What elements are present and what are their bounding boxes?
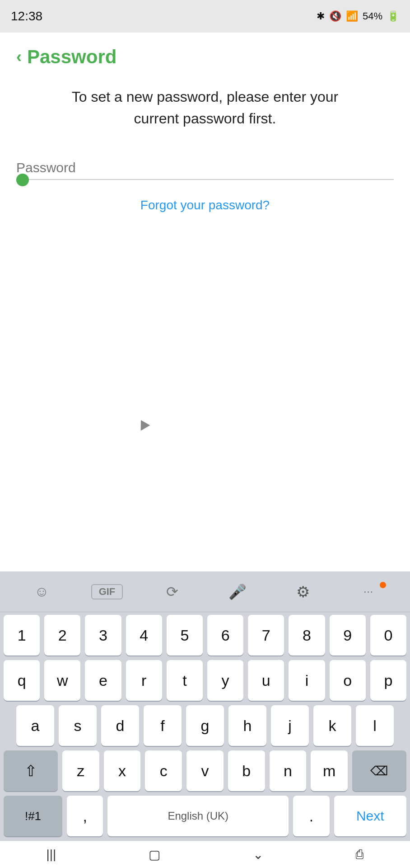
forgot-password-link[interactable]: Forgot your password? [140, 198, 270, 212]
password-input[interactable] [16, 156, 394, 180]
key-l[interactable]: l [356, 705, 394, 746]
numbers-row: 1 2 3 4 5 6 7 8 9 0 [4, 615, 406, 656]
symbols-key[interactable]: !#1 [4, 796, 62, 836]
battery-text: 54% [363, 10, 382, 22]
key-m[interactable]: m [311, 750, 348, 791]
forgot-password-section: Forgot your password? [16, 198, 394, 212]
status-icons: ✱ 🔇 📶 54% 🔋 [317, 10, 399, 22]
key-9[interactable]: 9 [330, 615, 366, 656]
key-c[interactable]: c [145, 750, 182, 791]
password-field-area [16, 156, 394, 180]
keyboard-toolbar: ☺ GIF ⟳ 🎤 ⚙ ··· [0, 571, 410, 612]
key-o[interactable]: o [330, 660, 366, 701]
description-text: To set a new password, please enter your… [16, 86, 394, 129]
sticker-icon[interactable]: ☺ [26, 583, 57, 600]
home-nav-button[interactable]: ▢ [149, 847, 160, 862]
battery-icon: 🔋 [387, 10, 399, 22]
key-v[interactable]: v [186, 750, 224, 791]
zxcv-row: ⇧ z x c v b n m ⌫ [4, 750, 406, 791]
key-h[interactable]: h [228, 705, 266, 746]
status-bar: 12:38 ✱ 🔇 📶 54% 🔋 [0, 0, 410, 33]
key-d[interactable]: d [101, 705, 139, 746]
status-time: 12:38 [11, 9, 42, 24]
gif-icon[interactable]: GIF [91, 584, 123, 599]
more-icon[interactable]: ··· [353, 585, 384, 599]
key-s[interactable]: s [59, 705, 97, 746]
key-4[interactable]: 4 [126, 615, 162, 656]
key-5[interactable]: 5 [167, 615, 203, 656]
emoji-recent-icon[interactable]: ⟳ [157, 583, 188, 600]
key-7[interactable]: 7 [248, 615, 284, 656]
key-6[interactable]: 6 [207, 615, 243, 656]
shift-key[interactable]: ⇧ [4, 750, 58, 791]
back-button[interactable]: ‹ [16, 49, 22, 65]
keyboard-settings-icon[interactable]: ⚙ [287, 583, 319, 601]
keyboard-nav-button[interactable]: ⎙ [356, 847, 363, 862]
key-p[interactable]: p [370, 660, 406, 701]
key-e[interactable]: e [85, 660, 121, 701]
bluetooth-icon: ✱ [317, 10, 325, 22]
key-t[interactable]: t [167, 660, 203, 701]
wifi-icon: 📶 [346, 10, 358, 22]
key-f[interactable]: f [144, 705, 182, 746]
key-g[interactable]: g [186, 705, 224, 746]
recent-nav-button[interactable]: ⌄ [253, 847, 263, 862]
page-title: Password [27, 46, 116, 68]
key-a[interactable]: a [16, 705, 54, 746]
mic-icon[interactable]: 🎤 [222, 583, 253, 600]
mouse-cursor [136, 417, 150, 430]
key-2[interactable]: 2 [44, 615, 80, 656]
bottom-row: !#1 , English (UK) . Next [4, 796, 406, 836]
input-cursor-indicator [16, 174, 29, 186]
key-w[interactable]: w [44, 660, 80, 701]
navigation-bar: ||| ▢ ⌄ ⎙ [0, 841, 410, 868]
mute-icon: 🔇 [329, 10, 341, 22]
notification-dot [380, 582, 386, 588]
backspace-key[interactable]: ⌫ [352, 750, 406, 791]
keyboard: ☺ GIF ⟳ 🎤 ⚙ ··· 1 2 3 4 5 6 7 8 9 0 q w … [0, 571, 410, 841]
next-key[interactable]: Next [334, 796, 406, 836]
key-j[interactable]: j [271, 705, 309, 746]
header: ‹ Password [16, 46, 394, 68]
key-1[interactable]: 1 [4, 615, 40, 656]
key-k[interactable]: k [313, 705, 351, 746]
key-b[interactable]: b [228, 750, 265, 791]
app-content: ‹ Password To set a new password, please… [0, 33, 410, 212]
key-3[interactable]: 3 [85, 615, 121, 656]
key-8[interactable]: 8 [289, 615, 325, 656]
key-x[interactable]: x [104, 750, 141, 791]
key-comma[interactable]: , [67, 796, 103, 836]
key-z[interactable]: z [62, 750, 99, 791]
keyboard-rows: 1 2 3 4 5 6 7 8 9 0 q w e r t y u i o p … [0, 612, 410, 836]
back-nav-button[interactable]: ||| [47, 847, 56, 862]
key-u[interactable]: u [248, 660, 284, 701]
key-i[interactable]: i [289, 660, 325, 701]
key-r[interactable]: r [126, 660, 162, 701]
key-n[interactable]: n [270, 750, 307, 791]
key-0[interactable]: 0 [370, 615, 406, 656]
key-y[interactable]: y [207, 660, 243, 701]
asdf-row: a s d f g h j k l [4, 705, 406, 746]
space-key[interactable]: English (UK) [107, 796, 289, 836]
key-period[interactable]: . [293, 796, 329, 836]
password-input-wrapper[interactable] [16, 156, 394, 180]
key-q[interactable]: q [4, 660, 40, 701]
qwerty-row: q w e r t y u i o p [4, 660, 406, 701]
